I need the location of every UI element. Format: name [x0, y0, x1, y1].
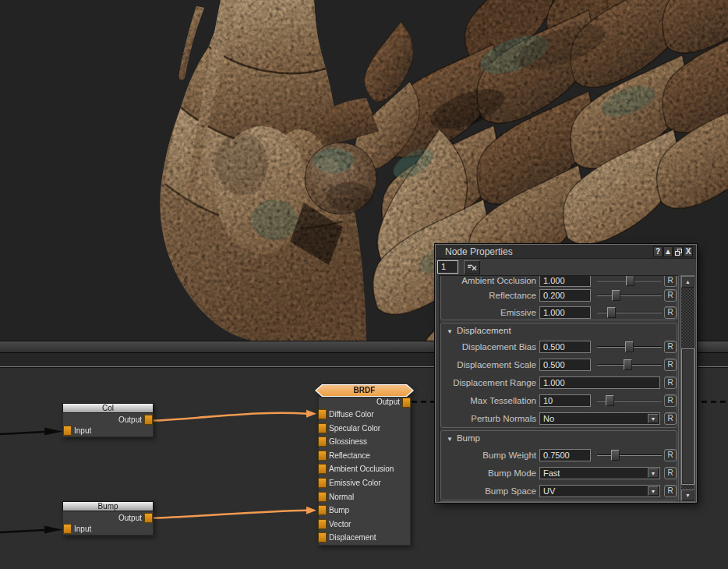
brdf-input-socket-vector[interactable]: [318, 519, 327, 529]
comment-button[interactable]: [464, 260, 480, 274]
brdf-input-socket-displacement[interactable]: [318, 532, 327, 542]
reflectance-slider[interactable]: [597, 290, 662, 301]
displacement-scale-slider[interactable]: [597, 359, 662, 370]
node-brdf-body: Output Diffuse Color Specular Color Glos…: [318, 397, 411, 546]
reset-button[interactable]: R: [664, 289, 677, 302]
reset-button[interactable]: R: [664, 449, 677, 461]
node-col[interactable]: Col Output Input: [62, 403, 154, 437]
node-brdf-header[interactable]: BRDF: [316, 385, 412, 396]
scroll-down-button[interactable]: ▼: [681, 489, 694, 501]
reflectance-field[interactable]: 0.200: [539, 289, 591, 302]
col-input-label: Input: [74, 426, 91, 435]
displacement-scale-field[interactable]: 0.500: [539, 359, 591, 371]
collapse-button[interactable]: ▲: [663, 246, 673, 257]
brdf-input-socket-ambient-occlusion[interactable]: [318, 464, 327, 474]
node-col-body: Output Input: [62, 413, 154, 437]
max-tessellation-slider[interactable]: [597, 395, 662, 406]
group-bump: ▼Bump Bump Weight 0.7500 R Bump Mode Fas…: [440, 430, 677, 500]
section-collapse-icon: ▼: [447, 328, 453, 335]
brdf-input-label: Glossiness: [329, 437, 367, 446]
panel-scrollbar[interactable]: ▲ ▼: [680, 275, 695, 502]
emissive-slider[interactable]: [597, 307, 662, 318]
reset-button[interactable]: R: [664, 341, 677, 353]
displacement-range-field[interactable]: 1.000: [539, 376, 660, 389]
bump-output-socket[interactable]: [144, 513, 153, 523]
reset-button[interactable]: R: [664, 306, 677, 319]
scrollbar-thumb[interactable]: [681, 348, 694, 485]
brdf-input-label: Bump: [329, 506, 349, 514]
brdf-input-label: Ambient Occlusion: [329, 465, 394, 473]
application-window: Col Output Input Bump Output Input: [0, 0, 728, 569]
col-input-socket[interactable]: [63, 426, 72, 436]
perturb-normals-dropdown[interactable]: No▼: [539, 412, 660, 425]
bump-weight-field[interactable]: 0.7500: [539, 449, 591, 461]
max-tessellation-field[interactable]: 10: [539, 394, 591, 407]
comment-icon: [467, 263, 477, 271]
displacement-section-header[interactable]: ▼Displacement: [447, 326, 511, 335]
param-label: Bump Weight: [443, 451, 536, 460]
bump-weight-slider[interactable]: [597, 450, 662, 461]
reset-button[interactable]: R: [664, 467, 677, 479]
panel-toolbar: 1: [436, 259, 696, 275]
node-bump[interactable]: Bump Output Input: [62, 501, 154, 535]
dropdown-arrow-icon[interactable]: ▼: [648, 414, 659, 423]
properties-scroll-area: Ambient Occlusion 1.000 R Reflectance 0.…: [439, 275, 679, 502]
reset-button[interactable]: R: [664, 376, 677, 389]
bump-output-label: Output: [118, 514, 142, 522]
group-shading: Ambient Occlusion 1.000 R Reflectance 0.…: [440, 275, 677, 320]
emissive-field[interactable]: 1.000: [539, 306, 591, 319]
param-label: Reflectance: [443, 291, 536, 300]
reset-button[interactable]: R: [664, 359, 677, 371]
group-displacement: ▼Displacement Displacement Bias 0.500 R …: [440, 323, 677, 428]
reset-button[interactable]: R: [664, 485, 677, 497]
brdf-input-label: Displacement: [329, 533, 376, 542]
bump-mode-dropdown[interactable]: Fast▼: [539, 467, 660, 479]
param-label: Displacement Range: [443, 378, 536, 387]
brdf-input-socket-glossiness[interactable]: [318, 436, 327, 447]
param-label: Emissive: [443, 308, 536, 317]
displacement-bias-field[interactable]: 0.500: [539, 341, 591, 353]
restore-button[interactable]: [673, 246, 683, 257]
param-label: Displacement Bias: [443, 342, 536, 352]
brdf-input-socket-normal[interactable]: [318, 492, 327, 502]
brdf-input-socket-diffuse-color[interactable]: [318, 409, 327, 419]
close-button[interactable]: X: [684, 246, 693, 257]
bump-section-header[interactable]: ▼Bump: [447, 433, 480, 443]
brdf-output-socket[interactable]: [402, 398, 411, 408]
section-collapse-icon: ▼: [447, 436, 453, 443]
reset-button[interactable]: R: [664, 275, 677, 287]
brdf-input-label: Diffuse Color: [329, 410, 374, 419]
displacement-bias-slider[interactable]: [597, 341, 662, 352]
param-label: Bump Mode: [443, 468, 536, 478]
param-label: Ambient Occlusion: [443, 276, 536, 285]
node-bump-header[interactable]: Bump: [62, 501, 154, 511]
brdf-input-socket-bump[interactable]: [318, 505, 327, 515]
restore-icon: [675, 249, 682, 256]
node-index-field[interactable]: 1: [437, 260, 458, 274]
node-brdf-selection-outline[interactable]: BRDF: [315, 384, 414, 397]
ambient-occlusion-field[interactable]: 1.000: [539, 275, 591, 287]
reset-button[interactable]: R: [664, 412, 677, 425]
col-output-socket[interactable]: [144, 415, 153, 425]
node-bump-body: Output Input: [62, 511, 154, 535]
bump-input-socket[interactable]: [63, 524, 72, 534]
brdf-input-label: Vector: [329, 520, 351, 528]
help-button[interactable]: ?: [653, 246, 663, 257]
param-label: Perturb Normals: [443, 414, 536, 423]
dropdown-arrow-icon[interactable]: ▼: [648, 486, 659, 496]
param-label: Bump Space: [443, 486, 536, 496]
dropdown-arrow-icon[interactable]: ▼: [648, 468, 659, 478]
node-col-header[interactable]: Col: [62, 403, 154, 413]
brdf-input-label: Reflectance: [329, 451, 370, 460]
brdf-input-socket-emissive-color[interactable]: [318, 478, 327, 488]
brdf-input-label: Specular Color: [329, 424, 380, 433]
scroll-up-button[interactable]: ▲: [681, 276, 694, 288]
ambient-occlusion-slider[interactable]: [597, 275, 662, 286]
reset-button[interactable]: R: [664, 394, 677, 407]
brdf-input-socket-reflectance[interactable]: [318, 451, 327, 461]
bump-space-dropdown[interactable]: UV▼: [539, 485, 660, 497]
param-label: Displacement Scale: [443, 360, 536, 369]
col-output-label: Output: [118, 415, 142, 424]
bump-input-label: Input: [74, 525, 91, 533]
brdf-input-socket-specular-color[interactable]: [318, 423, 327, 433]
